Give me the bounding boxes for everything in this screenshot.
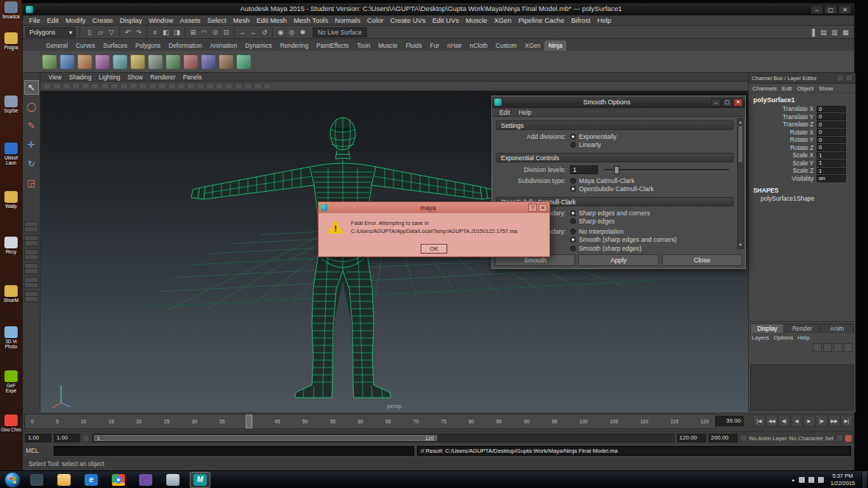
radio-option-exponentially[interactable]: Exponentially: [570, 132, 733, 141]
menu-help[interactable]: Help: [514, 108, 536, 116]
division-levels-slider[interactable]: [604, 169, 729, 171]
go-to-start-button[interactable]: |◀: [753, 415, 765, 427]
shelf-icon[interactable]: [166, 54, 180, 69]
channel-name[interactable]: Translate X: [749, 105, 817, 112]
show-hidden-icons-button[interactable]: ▲: [791, 478, 795, 482]
layout-preset-2[interactable]: [24, 235, 38, 246]
channel-value[interactable]: 0: [817, 113, 846, 121]
ok-button[interactable]: OK: [421, 244, 447, 254]
timeline-tick[interactable]: 50: [302, 419, 308, 424]
viewport-toolbar-icon[interactable]: [263, 83, 271, 90]
shelf-tab-toon[interactable]: Toon: [353, 40, 374, 51]
taskbar-photo-viewer[interactable]: [163, 472, 183, 488]
viewport-menu-show[interactable]: Show: [124, 73, 146, 81]
input-connections-icon[interactable]: →: [237, 26, 248, 37]
layout-preset-4[interactable]: [24, 263, 38, 274]
slider-handle[interactable]: [614, 166, 619, 174]
channel-name[interactable]: Rotate Y: [749, 136, 817, 143]
timeline-tick[interactable]: 10: [81, 419, 87, 424]
anim-layer-indicator[interactable]: No Anim Layer: [740, 434, 787, 442]
channel-value[interactable]: 0: [817, 137, 846, 144]
channelbox-menu-channels[interactable]: Channels: [750, 85, 779, 92]
shelf-icon[interactable]: [95, 54, 110, 69]
layer-list[interactable]: [750, 365, 854, 411]
layer-icon[interactable]: [823, 343, 832, 352]
timeline-tick[interactable]: 85: [497, 419, 502, 424]
viewport-toolbar-icon[interactable]: [101, 83, 109, 90]
menu-edit[interactable]: Edit: [495, 108, 514, 116]
render-settings-icon[interactable]: ✱: [297, 26, 308, 37]
timeline-tick[interactable]: 35: [219, 419, 225, 424]
radio-option-smooth-sharp-edges[interactable]: Smooth (sharp edges): [570, 244, 733, 252]
radio-option-smooth-sharp-edges-and-corners[interactable]: Smooth (sharp edges and corners): [570, 236, 733, 245]
desktop-icon[interactable]: broadca: [1, 1, 21, 19]
shelf-icon[interactable]: [130, 54, 145, 69]
shelf-icon[interactable]: [201, 54, 216, 69]
layer-tab-display[interactable]: Display: [750, 323, 784, 333]
go-to-end-button[interactable]: ▶|: [841, 415, 853, 427]
desktop-icon[interactable]: Progra: [1, 32, 21, 50]
range-slider-bar[interactable]: 1 120: [94, 435, 437, 441]
apply-button[interactable]: Apply: [578, 254, 658, 266]
channel-value[interactable]: 0: [817, 129, 846, 136]
menu-muscle[interactable]: Muscle: [462, 17, 491, 24]
viewport-toolbar-icon[interactable]: [149, 83, 157, 90]
viewport-toolbar-icon[interactable]: [158, 83, 166, 90]
menu-color[interactable]: Color: [363, 17, 386, 24]
settings-section-header[interactable]: Settings: [496, 121, 733, 130]
menu-normals[interactable]: Normals: [332, 17, 364, 24]
play-backwards-button[interactable]: ◀: [791, 415, 803, 427]
channel-box-header[interactable]: Channel Box / Layer Editor: [749, 73, 855, 84]
timeline-tick[interactable]: 105: [610, 419, 618, 424]
timeline-tick[interactable]: 75: [441, 419, 447, 424]
error-dialog-titlebar[interactable]: maya ? ✕: [319, 202, 549, 213]
undo-icon[interactable]: ↶: [122, 26, 133, 37]
menu-edit-uvs[interactable]: Edit UVs: [429, 17, 462, 24]
timeline-tick[interactable]: 30: [191, 419, 197, 424]
snap-grid-icon[interactable]: ⊞: [188, 26, 199, 37]
shelf-tab-ninja[interactable]: Ninja: [544, 40, 566, 51]
viewport-toolbar-icon[interactable]: [216, 83, 224, 90]
viewport-menu-shading[interactable]: Shading: [65, 73, 95, 81]
viewport-toolbar-icon[interactable]: [110, 83, 118, 90]
taskbar-maya[interactable]: M: [190, 472, 210, 488]
show-desktop-button[interactable]: [861, 471, 867, 488]
snap-point-icon[interactable]: ⊙: [210, 26, 221, 37]
timeline-tick[interactable]: 25: [164, 419, 170, 424]
maximize-button[interactable]: ▢: [825, 5, 837, 14]
channelbox-menu-edit[interactable]: Edit: [780, 85, 794, 92]
viewport-toolbar-icon[interactable]: [187, 83, 195, 90]
viewport-toolbar-icon[interactable]: [196, 83, 204, 90]
menu-help[interactable]: Help: [594, 17, 614, 24]
desktop-icon[interactable]: Wallp: [1, 191, 21, 209]
menu-file[interactable]: File: [26, 17, 43, 24]
scale-tool[interactable]: ◲: [24, 176, 39, 190]
animation-start-field[interactable]: 1.00: [25, 434, 51, 442]
radio-option-sharp-edges[interactable]: Sharp edges: [570, 218, 733, 226]
shelf-tab-general[interactable]: General: [42, 40, 72, 51]
timeline-tick[interactable]: 80: [469, 419, 474, 424]
shelf-tab-rendering[interactable]: Rendering: [276, 40, 312, 51]
menu-mesh[interactable]: Mesh: [230, 17, 253, 24]
viewport-toolbar-icon[interactable]: [225, 83, 233, 90]
viewport-toolbar-icon[interactable]: [63, 83, 71, 90]
channel-value[interactable]: on: [817, 175, 846, 182]
taskbar-chrome[interactable]: [108, 472, 129, 488]
viewport-toolbar-icon[interactable]: [177, 83, 185, 90]
shelf-icon[interactable]: [42, 54, 57, 69]
viewport-toolbar-icon[interactable]: [129, 83, 138, 90]
shelf-icon[interactable]: [236, 54, 251, 69]
channel-name[interactable]: Translate Y: [749, 113, 817, 121]
shelf-icon[interactable]: [218, 54, 233, 69]
window-titlebar[interactable]: Autodesk Maya 2015 - Student Version: C:…: [23, 4, 854, 15]
construction-history-icon[interactable]: ↺: [259, 26, 270, 37]
paint-select-tool[interactable]: ✎: [24, 118, 39, 133]
shelf-tab-ncloth[interactable]: nCloth: [466, 40, 491, 51]
taskbar-media-app[interactable]: [135, 472, 156, 488]
layer-menu-help[interactable]: Help: [797, 334, 809, 341]
taskbar-pinned-app[interactable]: [26, 472, 47, 488]
taskbar-windows-explorer[interactable]: [54, 472, 74, 488]
scrollbar-thumb[interactable]: [739, 126, 742, 162]
viewport-toolbar-icon[interactable]: [82, 83, 90, 90]
channel-box-toggle-icon[interactable]: ▦: [840, 26, 851, 37]
